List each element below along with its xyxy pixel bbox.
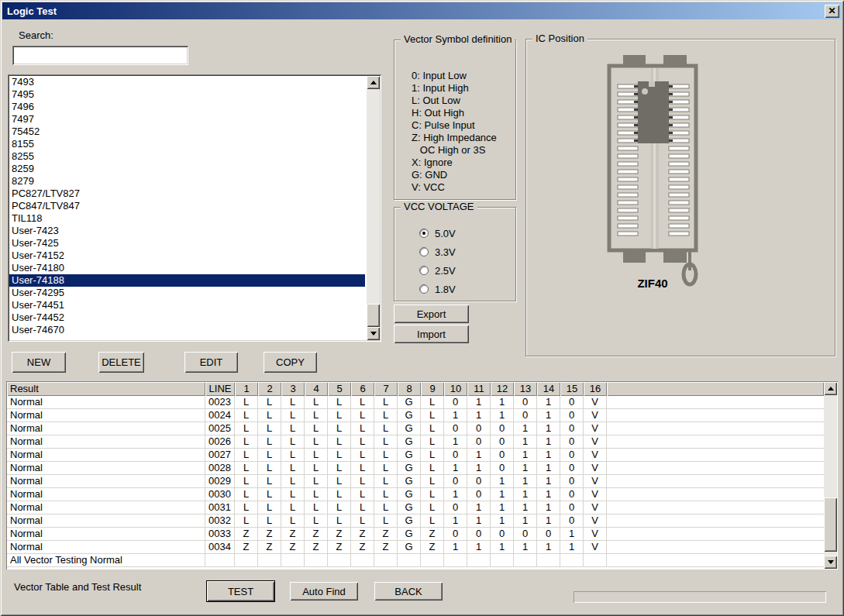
column-header[interactable]: 4	[305, 382, 328, 396]
column-header[interactable]: 9	[421, 382, 444, 396]
scroll-up-button[interactable]	[367, 76, 380, 89]
pin-cell: 1	[537, 462, 560, 475]
list-item[interactable]: User-7423	[9, 225, 365, 237]
vcc-option-2.5V[interactable]: 2.5V	[419, 265, 456, 276]
column-header[interactable]: 2	[258, 382, 281, 396]
test-button[interactable]: TEST	[206, 580, 275, 602]
copy-button[interactable]: COPY	[264, 352, 317, 373]
table-row[interactable]: Normal0027LLLLLLLGL010110V	[7, 449, 824, 462]
scroll-up-button[interactable]	[824, 382, 837, 395]
scrollbar-thumb[interactable]	[367, 304, 380, 327]
pin-cell: L	[281, 396, 305, 409]
scroll-down-button[interactable]	[824, 556, 837, 569]
scrollbar-thumb[interactable]	[824, 497, 837, 552]
filler-cell	[607, 422, 824, 435]
radio-button-icon[interactable]	[419, 266, 429, 275]
filler-cell	[607, 435, 824, 449]
list-item[interactable]: User-74180	[9, 262, 365, 274]
pin-cell: L	[351, 422, 374, 435]
column-header[interactable]: 15	[560, 382, 584, 396]
list-item[interactable]: 75452	[9, 126, 365, 138]
table-row[interactable]: Normal0023LLLLLLLGL011010V	[7, 396, 824, 409]
back-button[interactable]: BACK	[374, 582, 443, 601]
pin-cell: Z	[305, 541, 328, 554]
column-header[interactable]: 10	[444, 382, 467, 396]
pin-cell	[467, 554, 491, 567]
column-header-filler	[607, 382, 824, 396]
table-row[interactable]: Normal0026LLLLLLLGL100110V	[7, 435, 824, 449]
radio-label: 3.3V	[435, 246, 456, 258]
pin-cell: Z	[281, 528, 305, 541]
pin-cell: L	[305, 475, 328, 488]
column-header[interactable]: LINE	[205, 382, 235, 396]
table-row[interactable]: Normal0033ZZZZZZZGZ000001V	[7, 528, 824, 541]
list-item[interactable]: PC847/LTV847	[9, 200, 365, 212]
list-item[interactable]: 8279	[9, 175, 365, 188]
column-header[interactable]: 12	[491, 382, 514, 396]
list-item[interactable]: 8259	[9, 163, 365, 175]
table-row[interactable]: Normal0034ZZZZZZZGZ111111V	[7, 541, 824, 554]
vcc-option-5.0V[interactable]: 5.0V	[419, 228, 456, 239]
radio-button-icon[interactable]	[419, 284, 429, 294]
pin-cell: G	[398, 475, 421, 488]
list-item[interactable]: User-74152	[9, 249, 365, 262]
list-item[interactable]: User-74670	[9, 324, 365, 336]
line-cell: 0024	[205, 409, 235, 422]
list-item[interactable]: User-74452	[9, 311, 365, 324]
pin-cell: V	[584, 475, 607, 488]
column-header[interactable]: 5	[328, 382, 351, 396]
new-button[interactable]: NEW	[12, 352, 66, 373]
column-header[interactable]: 3	[281, 382, 305, 396]
list-item[interactable]: User-7425	[9, 237, 365, 249]
column-header[interactable]: Result	[7, 382, 205, 396]
edit-button[interactable]: EDIT	[184, 352, 238, 373]
table-row[interactable]: Normal0024LLLLLLLGL111010V	[7, 409, 824, 422]
radio-label: 5.0V	[435, 228, 456, 239]
list-item[interactable]: 7495	[9, 88, 365, 101]
list-item[interactable]: 7493	[9, 76, 365, 88]
close-button[interactable]: ✕	[825, 5, 839, 18]
delete-button[interactable]: DELETE	[98, 352, 144, 373]
column-header[interactable]: 1	[235, 382, 258, 396]
table-row[interactable]: Normal0031LLLLLLLGL011110V	[7, 501, 824, 514]
auto-find-button[interactable]: Auto Find	[290, 582, 358, 601]
table-row[interactable]: Normal0029LLLLLLLGL001110V	[7, 475, 824, 488]
column-header[interactable]: 14	[537, 382, 560, 396]
list-item[interactable]: TIL118	[9, 212, 365, 225]
list-item[interactable]: 8155	[9, 138, 365, 150]
list-item[interactable]: User-74451	[9, 299, 365, 311]
column-header[interactable]: 11	[467, 382, 491, 396]
ic-list-scrollbar[interactable]	[367, 76, 380, 340]
pin-cell: 0	[491, 422, 514, 435]
ic-listbox: 7493749574967497754528155825582598279PC8…	[8, 74, 381, 342]
column-header[interactable]: 16	[584, 382, 607, 396]
list-item[interactable]: User-74188	[9, 274, 365, 287]
export-button[interactable]: Export	[394, 305, 469, 323]
list-item[interactable]: 7497	[9, 113, 365, 126]
table-row[interactable]: Normal0032LLLLLLLGL111110V	[7, 514, 824, 528]
pin-cell	[491, 554, 514, 567]
radio-button-icon[interactable]	[419, 229, 429, 238]
column-header[interactable]: 6	[351, 382, 374, 396]
table-row[interactable]: Normal0028LLLLLLLGL110110V	[7, 462, 824, 475]
vcc-option-3.3V[interactable]: 3.3V	[419, 246, 456, 257]
column-header[interactable]: 13	[514, 382, 537, 396]
list-item[interactable]: PC827/LTV827	[9, 188, 365, 200]
list-item[interactable]: User-74295	[9, 287, 365, 299]
scroll-down-button[interactable]	[367, 327, 380, 340]
search-input[interactable]	[12, 46, 188, 65]
list-item[interactable]: 7496	[9, 101, 365, 113]
column-header[interactable]: 8	[398, 382, 421, 396]
result-table-scrollbar[interactable]	[824, 382, 837, 569]
vcc-option-1.8V[interactable]: 1.8V	[419, 284, 456, 294]
radio-button-icon[interactable]	[419, 247, 429, 256]
table-row[interactable]: Normal0025LLLLLLLGL000110V	[7, 422, 824, 435]
filler-cell	[607, 528, 824, 541]
column-header[interactable]: 7	[374, 382, 398, 396]
pin-cell: 0	[560, 462, 584, 475]
import-button[interactable]: Import	[394, 325, 469, 343]
list-item[interactable]: 8255	[9, 150, 365, 163]
pin-cell: L	[374, 435, 398, 449]
pin-cell	[421, 554, 444, 567]
table-row[interactable]: Normal0030LLLLLLLGL101110V	[7, 488, 824, 501]
